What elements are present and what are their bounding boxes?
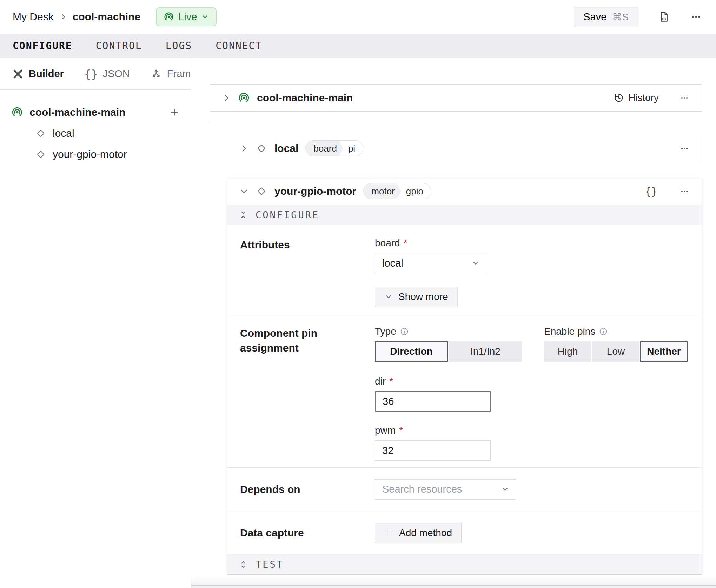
part-card-title: cool-machine-main bbox=[257, 92, 353, 104]
machine-metrics-icon[interactable] bbox=[658, 11, 670, 22]
type-toggle-group: Type Direction In1/In2 bbox=[375, 326, 522, 362]
info-icon[interactable] bbox=[400, 327, 409, 336]
history-label: History bbox=[628, 92, 659, 103]
board-select-value: local bbox=[382, 258, 471, 269]
add-method-label: Add method bbox=[399, 527, 452, 539]
add-component-icon[interactable] bbox=[169, 107, 180, 118]
tag-type: motor bbox=[364, 183, 401, 199]
save-button-label: Save bbox=[583, 11, 606, 23]
test-section-bar[interactable]: TEST bbox=[227, 554, 702, 574]
tab-frame[interactable]: Frame bbox=[150, 68, 197, 80]
depends-on-section-label: Depends on bbox=[240, 482, 375, 497]
machine-live-icon bbox=[164, 12, 174, 22]
chevron-down-icon bbox=[501, 485, 509, 494]
header-overflow-menu-icon[interactable] bbox=[690, 11, 702, 23]
dir-pin-input[interactable] bbox=[375, 391, 491, 412]
tab-control[interactable]: CONTROL bbox=[96, 40, 142, 52]
pin-assignment-section: Component pin assignment Type bbox=[227, 315, 702, 468]
braces-icon: {} bbox=[84, 67, 98, 81]
type-option-in1in2[interactable]: In1/In2 bbox=[449, 341, 522, 362]
gpio-motor-card: your-gpio-motor motor gpio {} bbox=[227, 178, 702, 575]
tab-connect[interactable]: CONNECT bbox=[216, 40, 262, 52]
tree-item-part[interactable]: cool-machine-main bbox=[0, 102, 191, 123]
configure-section-label: CONFIGURE bbox=[256, 209, 319, 220]
expand-section-icon bbox=[239, 560, 248, 569]
required-marker: * bbox=[389, 376, 393, 387]
expand-chevron-icon[interactable] bbox=[239, 144, 248, 153]
board-field-label: board * bbox=[375, 238, 486, 249]
local-overflow-menu-icon[interactable] bbox=[679, 143, 690, 154]
frame-axes-icon bbox=[150, 68, 162, 80]
attributes-section-label: Attributes bbox=[240, 238, 375, 315]
depends-on-placeholder: Search resources bbox=[382, 483, 501, 495]
tag-model: gpio bbox=[402, 183, 431, 199]
header-actions: Save ⌘S bbox=[574, 7, 702, 27]
collapse-chevron-icon[interactable] bbox=[239, 187, 248, 196]
pin-assignment-section-label: Component pin assignment bbox=[240, 326, 375, 467]
enable-option-low[interactable]: Low bbox=[592, 341, 639, 362]
info-icon[interactable] bbox=[599, 327, 608, 336]
component-diamond-icon bbox=[35, 149, 46, 160]
tab-builder-label: Builder bbox=[29, 68, 64, 80]
plus-icon bbox=[384, 528, 393, 537]
tag-type: board bbox=[306, 141, 343, 156]
save-button[interactable]: Save ⌘S bbox=[574, 7, 638, 27]
chevron-down-icon bbox=[384, 293, 393, 301]
part-nesting-line bbox=[210, 122, 210, 575]
expand-chevron-icon[interactable] bbox=[222, 93, 231, 102]
tree-item-motor-label: your-gpio-motor bbox=[53, 148, 127, 160]
tree-item-your-gpio-motor[interactable]: your-gpio-motor bbox=[0, 144, 191, 165]
type-option-direction[interactable]: Direction bbox=[375, 341, 448, 362]
board-select[interactable]: local bbox=[375, 253, 486, 273]
machine-nav-tabs: CONFIGURE CONTROL LOGS CONNECT bbox=[0, 34, 716, 58]
tab-json-label: JSON bbox=[102, 68, 130, 80]
live-badge-label: Live bbox=[178, 11, 197, 23]
live-status-badge[interactable]: Live bbox=[156, 7, 217, 26]
data-capture-section: Data capture Add method bbox=[227, 511, 702, 555]
chevron-down-icon bbox=[471, 259, 480, 267]
breadcrumb-current: cool-machine bbox=[73, 11, 140, 23]
tab-configure[interactable]: CONFIGURE bbox=[13, 40, 72, 52]
local-card-type-tag: board pi bbox=[305, 140, 363, 156]
required-marker: * bbox=[404, 238, 407, 249]
tree-item-part-label: cool-machine-main bbox=[29, 106, 163, 118]
tree-item-local-label: local bbox=[53, 127, 74, 139]
tab-builder[interactable]: Builder bbox=[12, 68, 64, 80]
add-method-button[interactable]: Add method bbox=[375, 523, 462, 543]
enable-pins-toggle-group: Enable pins High Low Neither bbox=[544, 326, 688, 362]
edit-json-icon[interactable]: {} bbox=[645, 185, 657, 198]
part-overflow-menu-icon[interactable] bbox=[679, 93, 690, 103]
show-more-button[interactable]: Show more bbox=[375, 287, 458, 307]
tab-json[interactable]: {} JSON bbox=[84, 67, 130, 81]
live-badge-chevron-icon bbox=[201, 13, 209, 21]
depends-on-section: Depends on Search resources bbox=[227, 468, 702, 511]
tab-logs[interactable]: LOGS bbox=[166, 40, 192, 52]
save-shortcut: ⌘S bbox=[612, 11, 629, 23]
data-capture-section-label: Data capture bbox=[240, 526, 375, 540]
content-bottom-scroll-edge bbox=[191, 585, 716, 586]
collapse-section-icon bbox=[239, 210, 248, 219]
dir-field-label: dir * bbox=[375, 376, 688, 387]
motor-overflow-menu-icon[interactable] bbox=[679, 186, 690, 196]
pwm-pin-input[interactable] bbox=[375, 440, 491, 461]
history-button[interactable]: History bbox=[614, 92, 659, 103]
pwm-field-label: pwm * bbox=[375, 425, 688, 436]
local-board-card: local board pi bbox=[227, 135, 702, 161]
tree-item-local[interactable]: local bbox=[0, 123, 191, 144]
depends-on-select[interactable]: Search resources bbox=[375, 479, 516, 500]
view-mode-tabs: Builder {} JSON Frame bbox=[0, 58, 191, 90]
attributes-section: Attributes board * local bbox=[227, 225, 702, 315]
enable-option-high[interactable]: High bbox=[544, 341, 591, 362]
configure-section-bar[interactable]: CONFIGURE bbox=[227, 205, 702, 225]
machine-part-tree: cool-machine-main local your-gpio-motor bbox=[0, 90, 191, 165]
show-more-label: Show more bbox=[398, 291, 448, 302]
component-diamond-icon bbox=[256, 185, 267, 197]
component-diamond-icon bbox=[256, 142, 267, 154]
configure-main-pane: cool-machine-main History bbox=[191, 58, 716, 588]
enable-option-neither[interactable]: Neither bbox=[640, 341, 688, 362]
builder-tools-icon bbox=[12, 68, 24, 80]
breadcrumb-chevron-icon bbox=[59, 13, 67, 21]
type-field-label: Type bbox=[375, 326, 522, 337]
breadcrumb-parent[interactable]: My Desk bbox=[13, 11, 54, 23]
breadcrumb: My Desk cool-machine bbox=[13, 11, 140, 23]
